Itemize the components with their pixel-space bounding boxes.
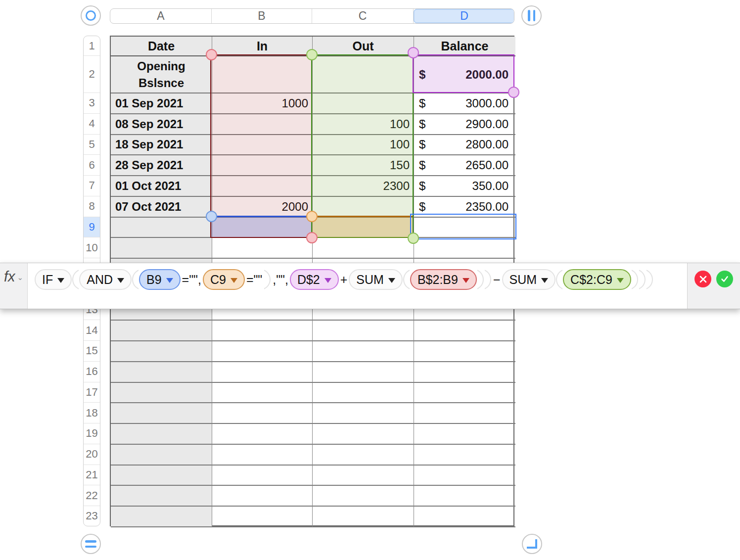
cell-C17[interactable] <box>313 383 414 404</box>
formula-function-SUM[interactable]: SUM <box>349 269 403 290</box>
row-header-8[interactable]: 8 <box>84 196 100 217</box>
drag-handle-orange[interactable] <box>306 211 318 222</box>
formula-ref-C$2:C9[interactable]: C$2:C9 <box>563 269 631 290</box>
row-header-23[interactable]: 23 <box>84 506 100 526</box>
column-header-A[interactable]: A <box>110 9 212 23</box>
header-cell-Out[interactable]: Out <box>313 37 414 56</box>
cell-A6[interactable]: 28 Sep 2021 <box>111 155 212 176</box>
cell-A8[interactable]: 07 Oct 2021 <box>111 197 212 218</box>
row-header-5[interactable]: 5 <box>84 135 100 155</box>
cell-A3[interactable]: 01 Sep 2021 <box>111 93 212 114</box>
cell-D16[interactable] <box>414 362 515 383</box>
cell-C20[interactable] <box>313 445 414 466</box>
formula-ref-C9[interactable]: C9 <box>203 269 245 290</box>
cell-A16[interactable] <box>111 362 212 383</box>
drag-handle-purple-bottom-right[interactable] <box>508 87 519 98</box>
add-rows-handle[interactable] <box>81 534 101 554</box>
cell-C15[interactable] <box>313 341 414 362</box>
cell-B16[interactable] <box>212 362 313 383</box>
row-header-16[interactable]: 16 <box>84 362 100 382</box>
formula-ref-D$2[interactable]: D$2 <box>290 269 339 290</box>
cell-A23[interactable] <box>111 507 212 527</box>
drag-handle-red-bottom[interactable] <box>306 232 318 243</box>
header-cell-Balance[interactable]: Balance <box>414 37 515 56</box>
cell-D20[interactable] <box>414 445 515 466</box>
cancel-formula-button[interactable] <box>694 271 711 287</box>
cell-A17[interactable] <box>111 383 212 404</box>
cell-D21[interactable] <box>414 466 515 486</box>
cell-overlay-C9[interactable] <box>312 216 413 238</box>
row-header-7[interactable]: 7 <box>84 176 100 196</box>
range-overlay-B2-B9[interactable] <box>210 54 312 238</box>
row-header-2[interactable]: 2 <box>84 56 100 93</box>
drag-handle-red-top[interactable] <box>206 49 217 60</box>
cell-overlay-B9[interactable] <box>211 216 311 237</box>
cell-B10[interactable] <box>212 238 313 259</box>
cell-B17[interactable] <box>212 383 313 404</box>
header-cell-Date[interactable]: Date <box>111 37 212 56</box>
row-header-9[interactable]: 9 <box>84 217 100 238</box>
drag-handle-green-bottom-right[interactable] <box>408 233 419 244</box>
row-header-19[interactable]: 19 <box>84 423 100 444</box>
cell-C22[interactable] <box>313 486 414 507</box>
cell-C23[interactable] <box>313 507 414 527</box>
cell-A9[interactable] <box>111 218 212 238</box>
cell-D14[interactable] <box>414 321 515 341</box>
cell-B19[interactable] <box>212 424 313 445</box>
drag-handle-purple-top[interactable] <box>408 47 419 58</box>
column-header-B[interactable]: B <box>212 9 312 23</box>
cell-A21[interactable] <box>111 466 212 486</box>
cell-D6[interactable]: $2650.00 <box>414 155 515 176</box>
formula-function-IF[interactable]: IF <box>35 269 72 290</box>
cell-A20[interactable] <box>111 445 212 466</box>
row-header-22[interactable]: 22 <box>84 485 100 506</box>
add-columns-handle[interactable] <box>521 5 542 26</box>
cell-D3[interactable]: $3000.00 <box>414 93 515 114</box>
formula-function-AND[interactable]: AND <box>79 269 132 290</box>
row-header-20[interactable]: 20 <box>84 444 100 465</box>
row-header-17[interactable]: 17 <box>84 382 100 403</box>
confirm-formula-button[interactable] <box>716 271 733 287</box>
cell-B21[interactable] <box>212 466 313 486</box>
cell-C16[interactable] <box>313 362 414 383</box>
cell-D18[interactable] <box>414 403 515 424</box>
cell-overlay-D2[interactable] <box>413 54 514 93</box>
row-header-10[interactable]: 10 <box>84 237 100 258</box>
cell-A7[interactable]: 01 Oct 2021 <box>111 176 212 197</box>
table-handle-button[interactable] <box>81 5 101 26</box>
cell-A18[interactable] <box>111 403 212 424</box>
drag-handle-green-top[interactable] <box>306 49 318 60</box>
row-header-18[interactable]: 18 <box>84 403 100 423</box>
cell-A14[interactable] <box>111 321 212 341</box>
cell-B14[interactable] <box>212 321 313 341</box>
cell-B15[interactable] <box>212 341 313 362</box>
cell-A15[interactable] <box>111 341 212 362</box>
cell-C18[interactable] <box>313 403 414 424</box>
cell-A4[interactable]: 08 Sep 2021 <box>111 114 212 135</box>
row-header-3[interactable]: 3 <box>84 93 100 114</box>
function-menu-button[interactable]: fx ⌄ <box>0 263 28 309</box>
header-cell-In[interactable]: In <box>212 37 313 56</box>
cell-D5[interactable]: $2800.00 <box>414 135 515 156</box>
row-header-4[interactable]: 4 <box>84 114 100 135</box>
row-header-15[interactable]: 15 <box>84 341 100 362</box>
cell-D23[interactable] <box>414 507 515 527</box>
row-header-6[interactable]: 6 <box>84 155 100 176</box>
cell-C10[interactable] <box>313 238 414 259</box>
cell-D15[interactable] <box>414 341 515 362</box>
active-cell-selection-D9[interactable] <box>410 214 516 239</box>
column-header-C[interactable]: C <box>312 9 414 23</box>
cell-D10[interactable] <box>414 238 515 259</box>
range-overlay-C2-C9[interactable] <box>311 54 414 238</box>
row-header-1[interactable]: 1 <box>84 36 100 56</box>
cell-B23[interactable] <box>212 507 313 527</box>
cell-A22[interactable] <box>111 486 212 507</box>
cell-B20[interactable] <box>212 445 313 466</box>
cell-B22[interactable] <box>212 486 313 507</box>
row-header-21[interactable]: 21 <box>84 465 100 486</box>
formula-ref-B$2:B9[interactable]: B$2:B9 <box>410 269 477 290</box>
cell-A5[interactable]: 18 Sep 2021 <box>111 135 212 156</box>
resize-table-handle[interactable] <box>522 534 542 554</box>
cell-D19[interactable] <box>414 424 515 445</box>
column-header-D[interactable]: D <box>414 9 514 23</box>
